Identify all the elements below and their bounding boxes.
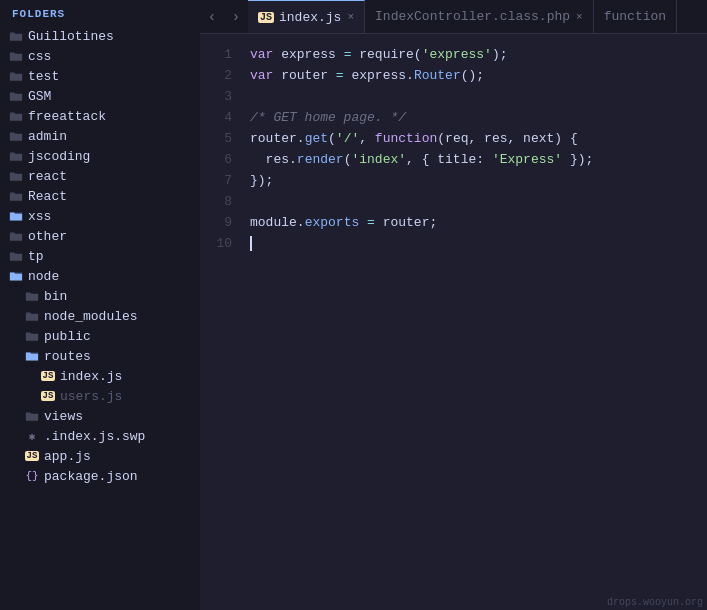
sidebar-items: GuillotinescsstestGSMfreeattackadminjsco… bbox=[0, 26, 200, 486]
sidebar-item-tp[interactable]: tp bbox=[0, 246, 200, 266]
sidebar-item-node[interactable]: node bbox=[0, 266, 200, 286]
folder-closed-icon bbox=[8, 148, 24, 164]
sidebar-item-jscoding[interactable]: jscoding bbox=[0, 146, 200, 166]
folder-closed-icon bbox=[8, 28, 24, 44]
line-number-6: 6 bbox=[200, 149, 232, 170]
code-token: . bbox=[289, 152, 297, 167]
code-token: 'index' bbox=[351, 152, 406, 167]
sidebar-item-app-js[interactable]: JSapp.js bbox=[0, 446, 200, 466]
folder-closed-icon bbox=[24, 288, 40, 304]
js-file-icon: JS bbox=[24, 448, 40, 464]
sidebar-item-gsm[interactable]: GSM bbox=[0, 86, 200, 106]
sidebar-item-index-swp[interactable]: ✱.index.js.swp bbox=[0, 426, 200, 446]
sidebar-label-routes: routes bbox=[44, 349, 91, 364]
line-number-7: 7 bbox=[200, 170, 232, 191]
code-token: 'Express' bbox=[492, 152, 562, 167]
code-token: . bbox=[297, 215, 305, 230]
code-token: '/' bbox=[336, 131, 359, 146]
swp-file-icon: ✱ bbox=[24, 428, 40, 444]
code-token: express bbox=[273, 47, 343, 62]
sidebar-label-app-js: app.js bbox=[44, 449, 91, 464]
sidebar-item-react-upper[interactable]: React bbox=[0, 186, 200, 206]
sidebar-item-xss[interactable]: xss bbox=[0, 206, 200, 226]
tab-function-tab[interactable]: function bbox=[594, 0, 677, 34]
sidebar-item-css[interactable]: css bbox=[0, 46, 200, 66]
code-line-8 bbox=[250, 191, 707, 212]
code-token: . bbox=[406, 68, 414, 83]
folder-closed-icon bbox=[8, 128, 24, 144]
tab-label-indexcontroller-tab: IndexController.class.php bbox=[375, 9, 570, 24]
sidebar-label-admin: admin bbox=[28, 129, 67, 144]
sidebar-label-bin: bin bbox=[44, 289, 67, 304]
line-number-8: 8 bbox=[200, 191, 232, 212]
code-token: var bbox=[250, 47, 273, 62]
tab-label-function-tab: function bbox=[604, 9, 666, 24]
tab-next-button[interactable]: › bbox=[224, 0, 248, 34]
sidebar-item-test[interactable]: test bbox=[0, 66, 200, 86]
sidebar-item-other[interactable]: other bbox=[0, 226, 200, 246]
sidebar-item-routes[interactable]: routes bbox=[0, 346, 200, 366]
code-token: = bbox=[367, 215, 375, 230]
sidebar-label-react-upper: React bbox=[28, 189, 67, 204]
code-token: res bbox=[250, 152, 289, 167]
code-token: , { title: bbox=[406, 152, 492, 167]
sidebar: FOLDERS GuillotinescsstestGSMfreeattacka… bbox=[0, 0, 200, 610]
sidebar-item-node_modules[interactable]: node_modules bbox=[0, 306, 200, 326]
sidebar-header: FOLDERS bbox=[0, 0, 200, 26]
line-number-9: 9 bbox=[200, 212, 232, 233]
code-token: express bbox=[344, 68, 406, 83]
sidebar-item-react-lower[interactable]: react bbox=[0, 166, 200, 186]
code-line-5: router.get('/', function(req, res, next)… bbox=[250, 128, 707, 149]
js-file-icon: JS bbox=[40, 368, 56, 384]
code-line-10 bbox=[250, 233, 707, 254]
folder-closed-icon bbox=[8, 168, 24, 184]
tab-js-icon: JS bbox=[258, 12, 274, 23]
line-number-5: 5 bbox=[200, 128, 232, 149]
folder-closed-icon bbox=[8, 248, 24, 264]
sidebar-label-react-lower: react bbox=[28, 169, 67, 184]
sidebar-item-index-js[interactable]: JSindex.js bbox=[0, 366, 200, 386]
tab-prev-button[interactable]: ‹ bbox=[200, 0, 224, 34]
code-token: }); bbox=[250, 173, 273, 188]
code-token: (req, res, next) { bbox=[437, 131, 577, 146]
code-content[interactable]: var express = require('express');var rou… bbox=[240, 34, 707, 610]
watermark: drops.wooyun.org bbox=[607, 597, 703, 608]
code-token: = bbox=[336, 68, 344, 83]
folder-closed-icon bbox=[8, 68, 24, 84]
sidebar-item-guillotines[interactable]: Guillotines bbox=[0, 26, 200, 46]
tab-close-indexcontroller-tab[interactable]: × bbox=[576, 11, 583, 23]
tab-index-js-tab[interactable]: JSindex.js× bbox=[248, 0, 365, 34]
sidebar-label-other: other bbox=[28, 229, 67, 244]
code-line-4: /* GET home page. */ bbox=[250, 107, 707, 128]
sidebar-label-package-json: package.json bbox=[44, 469, 138, 484]
cursor bbox=[250, 236, 252, 251]
code-token: Router bbox=[414, 68, 461, 83]
sidebar-item-admin[interactable]: admin bbox=[0, 126, 200, 146]
code-token bbox=[359, 215, 367, 230]
sidebar-label-jscoding: jscoding bbox=[28, 149, 90, 164]
sidebar-item-freeattack[interactable]: freeattack bbox=[0, 106, 200, 126]
sidebar-item-package-json[interactable]: {}package.json bbox=[0, 466, 200, 486]
sidebar-label-css: css bbox=[28, 49, 51, 64]
line-numbers: 12345678910 bbox=[200, 34, 240, 610]
tab-indexcontroller-tab[interactable]: IndexController.class.php× bbox=[365, 0, 594, 34]
sidebar-item-views[interactable]: views bbox=[0, 406, 200, 426]
code-token: . bbox=[297, 131, 305, 146]
line-number-3: 3 bbox=[200, 86, 232, 107]
code-token: 'express' bbox=[422, 47, 492, 62]
code-line-2: var router = express.Router(); bbox=[250, 65, 707, 86]
sidebar-item-users-js[interactable]: JSusers.js bbox=[0, 386, 200, 406]
tab-close-index-js-tab[interactable]: × bbox=[347, 11, 354, 23]
code-token: exports bbox=[305, 215, 360, 230]
code-line-3 bbox=[250, 86, 707, 107]
sidebar-item-public[interactable]: public bbox=[0, 326, 200, 346]
code-token: }); bbox=[562, 152, 593, 167]
json-file-icon: {} bbox=[24, 468, 40, 484]
tabs-container: JSindex.js×IndexController.class.php×fun… bbox=[248, 0, 677, 34]
sidebar-label-guillotines: Guillotines bbox=[28, 29, 114, 44]
code-token: router bbox=[250, 131, 297, 146]
sidebar-item-bin[interactable]: bin bbox=[0, 286, 200, 306]
folder-open-icon bbox=[8, 208, 24, 224]
code-line-1: var express = require('express'); bbox=[250, 44, 707, 65]
folder-open-icon bbox=[8, 268, 24, 284]
